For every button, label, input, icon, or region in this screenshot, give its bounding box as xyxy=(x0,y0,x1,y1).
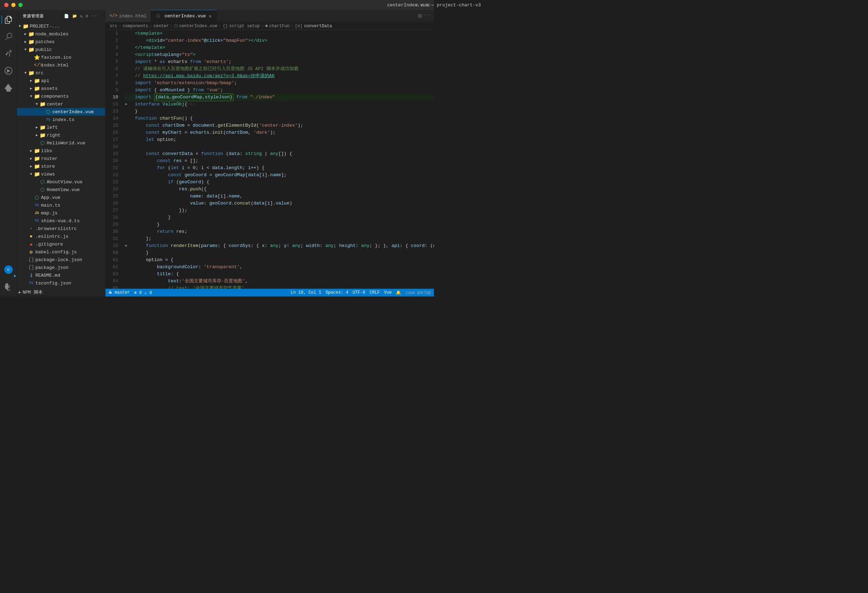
git-branch[interactable]: master xyxy=(108,290,130,295)
new-file-icon[interactable]: 📄 xyxy=(64,14,69,18)
tsconfig-label: tsconfig.json xyxy=(35,281,102,286)
tab-close-button[interactable]: ✕ xyxy=(208,12,212,20)
extensions-icon[interactable] xyxy=(1,81,16,95)
sidebar-item-left[interactable]: ▶ 📁 left xyxy=(17,123,105,131)
minimize-button[interactable] xyxy=(11,3,16,7)
sidebar-item-assets[interactable]: ▶ 📁 assets xyxy=(17,84,105,92)
code-content[interactable]: <template> <div id="center-index" @click… xyxy=(121,30,434,289)
code-line-22: const geoCoord = geoCoordMap[data[i].nam… xyxy=(124,172,434,179)
breadcrumb-bracket-icon: [e] xyxy=(295,24,303,29)
app-layout: U 1 资源管理器 📄 📁 ↻ ⊟ ··· ▼ 📁 PROJ xyxy=(0,10,434,297)
tab-bar-actions[interactable]: ⊡ ··· xyxy=(415,12,434,19)
breadcrumb-chartfun[interactable]: chartFun xyxy=(269,24,290,29)
expand-icon-32[interactable]: ▶ xyxy=(125,243,127,250)
breadcrumb-script-setup[interactable]: script setup xyxy=(229,24,260,29)
new-folder-icon[interactable]: 📁 xyxy=(72,14,77,18)
sidebar-item-shims[interactable]: ▶ TS shims-vue.d.ts xyxy=(17,217,105,225)
sidebar-item-eslint[interactable]: ▶ ● .eslintrc.js xyxy=(17,232,105,240)
ln-4: 4 xyxy=(108,51,118,58)
breadcrumb-file[interactable]: centerIndex.vue xyxy=(179,24,217,29)
sidebar-item-main-ts[interactable]: ▶ TS main.ts xyxy=(17,201,105,209)
more-icon[interactable]: ··· xyxy=(91,14,99,18)
sidebar-item-browserslist[interactable]: ▶ · .browserslistrc xyxy=(17,225,105,232)
sidebar-item-aboutview[interactable]: ▶ ⬡ AboutView.vue xyxy=(17,178,105,186)
sidebar-item-center[interactable]: ▼ 📁 center xyxy=(17,100,105,108)
patches-label: patches xyxy=(35,39,102,44)
sidebar-item-node-modules[interactable]: ▶ 📁 node_modules xyxy=(17,30,105,38)
sidebar-item-babel[interactable]: ▶ ⚙ babel.config.js xyxy=(17,248,105,256)
sidebar-item-app-vue[interactable]: ▶ ⬡ App.vue xyxy=(17,194,105,201)
sidebar-item-map-js[interactable]: ▶ JS map.js xyxy=(17,209,105,217)
run-icon[interactable] xyxy=(1,64,16,78)
maximize-button[interactable] xyxy=(18,3,23,7)
tab-index-html[interactable]: </> index.html xyxy=(105,10,151,22)
close-button[interactable] xyxy=(4,3,9,7)
sidebar-item-patches[interactable]: ▶ 📁 patches xyxy=(17,38,105,46)
sidebar-header-icons[interactable]: 📄 📁 ↻ ⊟ ··· xyxy=(64,14,99,18)
breadcrumb-center[interactable]: center xyxy=(154,24,169,29)
sidebar-item-readme[interactable]: ▶ ℹ README.md xyxy=(17,271,105,279)
sidebar-item-center-index-vue[interactable]: ▶ ⬡ centerIndex.vue xyxy=(17,108,105,116)
collapse-icon[interactable]: ⊟ xyxy=(86,14,89,18)
code-line-60: } xyxy=(124,250,434,257)
sidebar-item-package-json[interactable]: ▶ {} package.json xyxy=(17,263,105,271)
sidebar-item-libs[interactable]: ▶ 📁 libs xyxy=(17,147,105,155)
sidebar-item-index-ts[interactable]: ▶ TS index.ts xyxy=(17,116,105,123)
search-icon[interactable] xyxy=(1,30,16,44)
sidebar-item-helloworld[interactable]: ▶ ⬡ HelloWorld.vue xyxy=(17,139,105,147)
sidebar-item-src[interactable]: ▼ 📁 src xyxy=(17,69,105,77)
code-line-23: if (geoCoord) { xyxy=(124,179,434,186)
folder-icon: 📁 xyxy=(28,70,34,76)
sidebar-item-index-html[interactable]: ▶ </> index.html xyxy=(17,61,105,69)
tab-center-index-vue-label: centerIndex.vue xyxy=(164,13,206,19)
sidebar-item-router[interactable]: ▶ 📁 router xyxy=(17,155,105,163)
split-editor-action[interactable]: ⊡ xyxy=(418,12,422,19)
ln-31: 31 xyxy=(108,235,118,243)
sidebar-item-homeview[interactable]: ▶ ⬡ HomeView.vue xyxy=(17,186,105,194)
breadcrumb-convertdata[interactable]: convertData xyxy=(304,24,332,29)
sidebar-item-npm[interactable]: ▶ NPM 脚本 xyxy=(17,288,105,296)
account-icon[interactable]: U 1 xyxy=(1,263,16,277)
ln-6: 6 xyxy=(108,65,118,72)
folder-icon: 📁 xyxy=(34,93,40,99)
browserslist-label: .browserslistrc xyxy=(35,226,102,231)
sidebar-item-store[interactable]: ▶ 📁 store xyxy=(17,163,105,170)
expand-arrow-libs: ▶ xyxy=(28,148,34,154)
sidebar-item-gitignore[interactable]: ▶ ◈ .gitignore xyxy=(17,240,105,248)
more-tabs-action[interactable]: ··· xyxy=(423,12,431,19)
tab-center-index-vue[interactable]: ⬡ centerIndex.vue ✕ xyxy=(151,10,217,22)
sidebar-item-project[interactable]: ▼ 📁 PROJECT-... xyxy=(17,22,105,30)
ln-25: 25 xyxy=(108,193,118,200)
breadcrumb-src[interactable]: src xyxy=(110,24,117,29)
sidebar-item-api[interactable]: ▶ 📁 api xyxy=(17,77,105,84)
html-icon: </> xyxy=(34,62,40,68)
npm-label: NPM 脚本 xyxy=(23,289,102,296)
sidebar-item-views[interactable]: ▼ 📁 views xyxy=(17,170,105,178)
ln-10: 10 xyxy=(108,94,118,101)
sidebar-item-tsconfig[interactable]: ▶ TS tsconfig.json xyxy=(17,279,105,287)
language-mode[interactable]: Vue xyxy=(384,290,392,296)
code-line-7: // https://api.map.baidu.com/api?v=3.0&a… xyxy=(124,72,434,80)
gitignore-label: .gitignore xyxy=(35,242,102,247)
settings-icon[interactable] xyxy=(1,279,16,294)
breadcrumb-components[interactable]: components xyxy=(123,24,148,29)
window-controls[interactable] xyxy=(4,3,23,7)
source-control-icon[interactable] xyxy=(1,47,16,61)
explorer-icon[interactable] xyxy=(1,13,16,27)
code-line-27: }); xyxy=(124,207,434,214)
sidebar-item-public[interactable]: ▼ 📁 public xyxy=(17,46,105,53)
feedback-icon[interactable]: 🔔 xyxy=(396,290,401,296)
sidebar-item-package-lock[interactable]: ▶ {} package-lock.json xyxy=(17,256,105,263)
expand-icon[interactable]: ▶ xyxy=(125,101,127,108)
sidebar-item-right[interactable]: ▶ 📁 right xyxy=(17,131,105,139)
ln-22: 22 xyxy=(108,172,118,179)
babel-icon: ⚙ xyxy=(28,249,34,255)
sidebar-item-favicon[interactable]: ▶ ⭐ favicon.ico xyxy=(17,53,105,61)
errors-count[interactable]: ⊗ 0 ⚠ 0 xyxy=(134,290,152,296)
sidebar-item-components[interactable]: ▼ 📁 components xyxy=(17,92,105,100)
line-numbers: 1 2 3 4 5 6 7 8 9 10 11 13 14 15 16 17 1… xyxy=(105,30,121,289)
code-editor[interactable]: 1 2 3 4 5 6 7 8 9 10 11 13 14 15 16 17 1… xyxy=(105,30,434,289)
expand-arrow-router: ▶ xyxy=(28,156,34,161)
refresh-icon[interactable]: ↻ xyxy=(80,14,83,18)
app-vue-label: App.vue xyxy=(41,195,102,200)
